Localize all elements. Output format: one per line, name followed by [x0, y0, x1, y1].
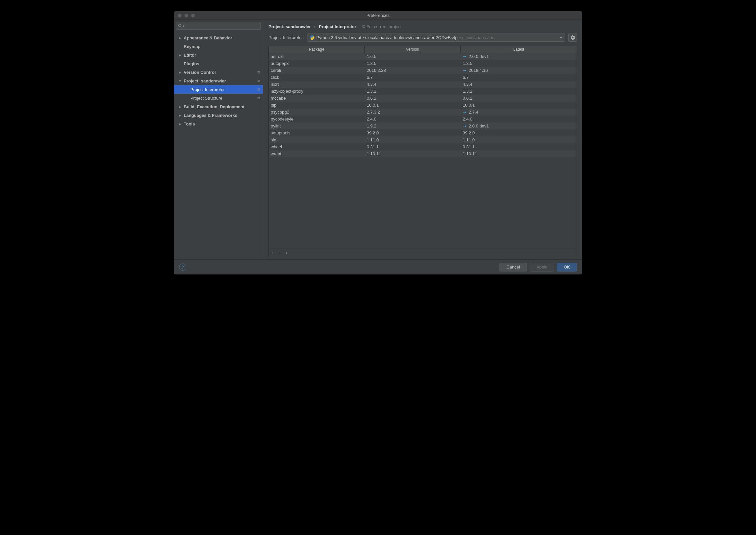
- scope-label: ⧉ For current project: [362, 24, 402, 29]
- latest-value: 0.31.1: [463, 144, 475, 149]
- table-row[interactable]: isort4.3.44.3.4: [269, 81, 577, 88]
- close-window-button[interactable]: [178, 14, 182, 18]
- table-row[interactable]: wrapt1.10.111.10.11: [269, 150, 577, 157]
- sidebar-item-project-sandcrawler[interactable]: ▼Project: sandcrawler⧉: [174, 76, 263, 85]
- sidebar-item-appearance-behavior[interactable]: ▶Appearance & Behavior: [174, 33, 263, 42]
- cell-package: setuptools: [269, 130, 365, 135]
- copy-icon: ⧉: [258, 96, 260, 100]
- cell-version: 4.3.4: [365, 82, 461, 87]
- sidebar-item-label: Keymap: [184, 44, 263, 49]
- sidebar-item-label: Version Control: [184, 70, 263, 75]
- header-version[interactable]: Version: [365, 46, 461, 53]
- breadcrumb-page: Project Interpreter: [319, 24, 356, 29]
- sidebar-item-editor[interactable]: ▶Editor: [174, 51, 263, 59]
- sidebar-item-keymap[interactable]: Keymap: [174, 42, 263, 51]
- latest-value: 0.6.1: [463, 96, 472, 101]
- sidebar-item-languages-frameworks[interactable]: ▶Languages & Frameworks: [174, 111, 263, 120]
- cell-latest: 2018.4.16: [461, 68, 577, 73]
- table-row[interactable]: pip10.0.110.0.1: [269, 102, 577, 109]
- table-row[interactable]: lazy-object-proxy1.3.11.3.1: [269, 88, 577, 95]
- cell-package: certifi: [269, 68, 365, 73]
- cancel-button[interactable]: Cancel: [499, 263, 527, 271]
- sidebar-item-project-interpreter[interactable]: Project Interpreter⧉: [174, 85, 263, 94]
- help-button[interactable]: ?: [179, 264, 186, 271]
- table-row[interactable]: six1.11.01.11.0: [269, 136, 577, 143]
- table-row[interactable]: wheel0.31.10.31.1: [269, 143, 577, 150]
- cell-package: wheel: [269, 144, 365, 149]
- sidebar-item-plugins[interactable]: Plugins: [174, 59, 263, 68]
- cell-latest: 1.3.1: [461, 89, 577, 94]
- cell-package: pylint: [269, 123, 365, 128]
- cell-latest: 1.11.0: [461, 137, 577, 142]
- cell-version: 1.6.5: [365, 54, 461, 59]
- sidebar-item-label: Project Structure: [190, 96, 263, 101]
- copy-icon: ⧉: [258, 87, 260, 92]
- remove-package-button[interactable]: −: [278, 250, 281, 256]
- table-body: astroid1.6.52.0.0.dev1autopep81.3.51.3.5…: [269, 53, 577, 249]
- table-row[interactable]: psycopg22.7.3.22.7.4: [269, 109, 577, 116]
- interpreter-dropdown[interactable]: Python 3.6 virtualenv at ~/.local/share/…: [307, 33, 565, 42]
- tree-arrow-icon: ▶: [178, 114, 182, 117]
- cell-latest: 39.2.0: [461, 130, 577, 135]
- latest-value: 6.7: [463, 75, 469, 80]
- cell-package: click: [269, 75, 365, 80]
- ok-button[interactable]: OK: [557, 263, 577, 271]
- cell-package: pycodestyle: [269, 117, 365, 122]
- header-package[interactable]: Package: [269, 46, 365, 53]
- latest-value: 39.2.0: [463, 130, 475, 135]
- header-latest[interactable]: Latest: [461, 46, 577, 53]
- sidebar-item-label: Plugins: [184, 61, 263, 66]
- python-icon: [310, 35, 314, 40]
- sidebar-item-label: Build, Execution, Deployment: [184, 104, 263, 109]
- cell-latest: 0.6.1: [461, 96, 577, 101]
- main-panel: Project: sandcrawler › Project Interpret…: [263, 20, 582, 259]
- table-row[interactable]: astroid1.6.52.0.0.dev1: [269, 53, 577, 60]
- minimize-window-button[interactable]: [184, 14, 188, 18]
- gear-icon: [570, 35, 575, 40]
- table-row[interactable]: pycodestyle2.4.02.4.0: [269, 116, 577, 122]
- table-row[interactable]: setuptools39.2.039.2.0: [269, 129, 577, 136]
- preferences-window: Preferences ▾ ▶Appearance & BehaviorKeym…: [174, 11, 582, 274]
- latest-value: 2018.4.16: [469, 68, 488, 73]
- sidebar-item-label: Languages & Frameworks: [184, 113, 263, 118]
- tree-arrow-icon: ▶: [178, 105, 182, 109]
- table-row[interactable]: autopep81.3.51.3.5: [269, 60, 577, 67]
- search-dropdown-icon[interactable]: ▾: [183, 24, 184, 28]
- packages-table: Package Version Latest astroid1.6.52.0.0…: [268, 46, 577, 257]
- copy-icon: ⧉: [362, 24, 365, 29]
- table-row[interactable]: click6.76.7: [269, 74, 577, 81]
- table-row[interactable]: mccabe0.6.10.6.1: [269, 95, 577, 102]
- table-toolbar: + − ▲: [269, 249, 577, 257]
- cell-version: 6.7: [365, 75, 461, 80]
- cell-package: isort: [269, 82, 365, 87]
- sidebar-item-version-control[interactable]: ▶Version Control⧉: [174, 68, 263, 76]
- dialog-footer: ? Cancel Apply OK: [174, 259, 582, 274]
- add-package-button[interactable]: +: [271, 250, 274, 256]
- breadcrumb-project: Project: sandcrawler: [268, 24, 311, 29]
- cell-latest: 6.7: [461, 75, 577, 80]
- latest-value: 2.4.0: [463, 117, 472, 122]
- cell-package: autopep8: [269, 61, 365, 66]
- apply-button[interactable]: Apply: [530, 263, 554, 271]
- table-row[interactable]: certifi2016.2.282018.4.16: [269, 67, 577, 74]
- cell-package: lazy-object-proxy: [269, 89, 365, 94]
- cell-latest: 2.0.0.dev1: [461, 123, 577, 128]
- cell-latest: 1.3.5: [461, 61, 577, 66]
- sidebar-item-build-execution-deployment[interactable]: ▶Build, Execution, Deployment: [174, 102, 263, 111]
- latest-value: 1.3.1: [463, 89, 472, 94]
- table-row[interactable]: pylint1.9.22.0.0.dev1: [269, 122, 577, 129]
- sidebar-item-tools[interactable]: ▶Tools: [174, 120, 263, 128]
- search-input[interactable]: ▾: [176, 22, 261, 30]
- window-body: ▾ ▶Appearance & BehaviorKeymap▶EditorPlu…: [174, 20, 582, 259]
- sidebar-item-project-structure[interactable]: Project Structure⧉: [174, 94, 263, 102]
- cell-package: pip: [269, 103, 365, 108]
- upgrade-arrow-icon: [463, 124, 467, 128]
- tree-arrow-icon: ▶: [178, 71, 182, 74]
- cell-version: 2.4.0: [365, 117, 461, 122]
- upgrade-package-button[interactable]: ▲: [285, 251, 288, 255]
- cell-package: psycopg2: [269, 110, 365, 115]
- cell-version: 1.11.0: [365, 137, 461, 142]
- sidebar-item-label: Tools: [184, 122, 263, 126]
- zoom-window-button[interactable]: [191, 14, 195, 18]
- interpreter-settings-button[interactable]: [568, 33, 577, 42]
